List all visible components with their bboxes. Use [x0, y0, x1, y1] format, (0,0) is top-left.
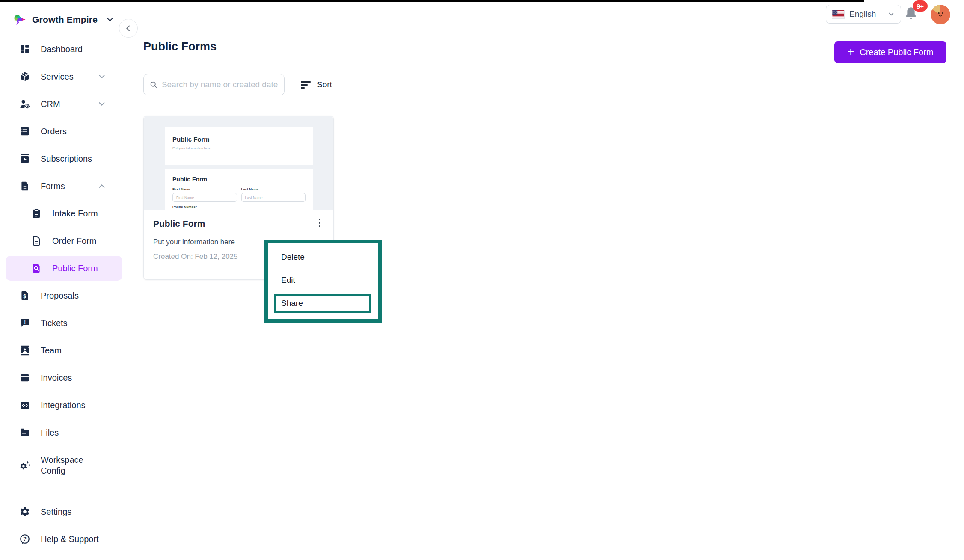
chevron-left-icon — [124, 24, 133, 33]
proposals-dollar-document-icon: $ — [19, 290, 30, 301]
settings-gear-icon — [19, 506, 30, 517]
sidebar-item-forms[interactable]: Forms — [0, 172, 128, 200]
preview-field-last-name: Last Name Last Name — [241, 187, 306, 202]
workspace-config-gear-sparkle-icon — [19, 460, 30, 471]
plus-icon: + — [847, 46, 854, 58]
form-preview-body: Public Form First Name First Name Last N… — [165, 169, 313, 210]
sort-button[interactable]: Sort — [301, 80, 332, 89]
sidebar-item-intake-form[interactable]: Intake Form — [0, 200, 128, 227]
workspace-switcher[interactable]: Growth Empire — [0, 0, 128, 27]
language-label: English — [849, 9, 883, 19]
topbar: English 9+ — [128, 0, 964, 28]
form-preview-header: Public Form Put your information here — [165, 127, 313, 165]
sidebar-item-proposals[interactable]: $ Proposals — [0, 282, 128, 309]
services-box-icon — [19, 71, 30, 82]
preview-field-phone: Phone Number Phone Number — [172, 205, 306, 210]
tickets-chat-icon: ! — [19, 317, 30, 329]
sidebar-item-subscriptions[interactable]: Subscriptions — [0, 145, 128, 172]
chevron-up-icon — [97, 181, 107, 191]
sidebar: Growth Empire Dashboard Services CRM Ord… — [0, 0, 128, 560]
preview-section-title: Public Form — [172, 176, 306, 183]
sidebar-item-dashboard[interactable]: Dashboard — [0, 36, 128, 63]
page-title: Public Forms — [143, 40, 217, 53]
preview-header-subtitle: Put your information here — [172, 146, 306, 150]
dashboard-icon — [19, 44, 30, 55]
chevron-down-icon — [887, 10, 895, 18]
form-preview-page: Public Form Put your information here Pu… — [165, 127, 313, 210]
workspace-name: Growth Empire — [32, 15, 98, 25]
sidebar-item-workspace-config[interactable]: Workspace Config — [0, 446, 128, 485]
integrations-code-icon — [19, 400, 30, 411]
toolbar: Sort — [143, 74, 332, 95]
sidebar-item-team[interactable]: Team — [0, 337, 128, 364]
crm-person-gear-icon — [19, 98, 30, 110]
notification-badge: 9+ — [913, 0, 928, 12]
user-avatar[interactable] — [931, 5, 950, 24]
card-context-menu: Delete Edit Share — [264, 240, 382, 323]
svg-text:?: ? — [23, 536, 27, 542]
subscriptions-icon — [19, 153, 30, 164]
menu-item-share-highlight[interactable]: Share — [274, 294, 371, 313]
workspace-chevron-down-icon — [106, 15, 114, 24]
sidebar-footer-divider — [0, 491, 128, 491]
intake-form-clipboard-icon — [31, 208, 42, 219]
sidebar-item-tickets[interactable]: ! Tickets — [0, 309, 128, 337]
sidebar-item-settings[interactable]: Settings — [0, 498, 128, 525]
language-selector[interactable]: English — [826, 5, 901, 24]
sidebar-collapse-button[interactable] — [119, 19, 138, 38]
svg-text:!: ! — [24, 319, 26, 325]
svg-text:$: $ — [23, 293, 26, 299]
create-button-label: Create Public Form — [860, 47, 933, 57]
menu-item-share: Share — [281, 299, 303, 308]
card-menu-kebab-icon[interactable] — [314, 216, 326, 230]
sidebar-item-orders[interactable]: Orders — [0, 118, 128, 145]
sidebar-item-invoices[interactable]: Invoices — [0, 364, 128, 391]
invoices-card-icon — [19, 372, 30, 383]
main-content: Public Forms + Create Public Form Sort P… — [128, 28, 964, 560]
sort-icon — [301, 81, 311, 89]
preview-field-first-name: First Name First Name — [172, 187, 237, 202]
us-flag-icon — [832, 10, 845, 19]
chevron-down-icon — [97, 99, 107, 109]
menu-item-edit[interactable]: Edit — [281, 276, 295, 285]
sidebar-item-public-form[interactable]: Public Form — [6, 256, 122, 281]
help-question-icon: ? — [19, 533, 30, 545]
sidebar-item-files[interactable]: Files — [0, 419, 128, 446]
preview-header-title: Public Form — [172, 136, 306, 143]
files-folder-icon — [19, 427, 30, 438]
menu-item-delete[interactable]: Delete — [281, 252, 305, 262]
forms-document-icon — [19, 181, 30, 192]
orders-list-icon — [19, 126, 30, 137]
form-preview-thumbnail: Public Form Put your information here Pu… — [144, 116, 333, 210]
public-form-icon — [31, 263, 42, 274]
sidebar-item-help-support[interactable]: ? Help & Support — [0, 525, 128, 553]
sidebar-item-integrations[interactable]: Integrations — [0, 391, 128, 419]
search-icon — [149, 80, 158, 89]
search-input[interactable] — [162, 80, 279, 89]
page-header: Public Forms + Create Public Form — [128, 28, 964, 68]
sort-label: Sort — [317, 80, 332, 89]
team-contact-card-icon — [19, 345, 30, 356]
search-box — [143, 74, 285, 95]
sidebar-nav: Dashboard Services CRM Orders Subscripti… — [0, 36, 128, 553]
avatar-face-icon — [931, 5, 950, 24]
brand-bird-logo-icon — [13, 13, 27, 27]
order-form-document-icon — [31, 235, 42, 246]
sidebar-item-crm[interactable]: CRM — [0, 90, 128, 118]
form-card-title: Public Form — [153, 219, 324, 229]
sidebar-item-order-form[interactable]: Order Form — [0, 227, 128, 255]
sidebar-item-services[interactable]: Services — [0, 63, 128, 90]
chevron-down-icon — [97, 72, 107, 81]
screenshot-top-edge — [0, 0, 864, 2]
create-public-form-button[interactable]: + Create Public Form — [834, 41, 946, 63]
